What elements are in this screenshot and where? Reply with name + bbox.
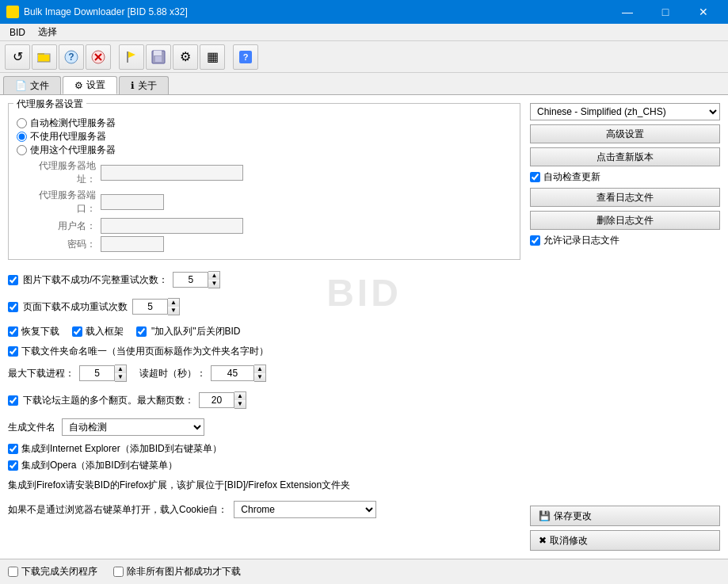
auto-check-item: 自动检查更新: [530, 170, 720, 184]
del-log-button[interactable]: 删除日志文件: [530, 211, 720, 230]
incomplete-label: 除非所有图片都成功才下载: [127, 565, 241, 578]
timeout-down[interactable]: ▼: [254, 373, 265, 381]
proxy-port-input[interactable]: [101, 194, 164, 210]
opera-item: 集成到Opera（添加BID到右键菜单）: [8, 459, 520, 472]
resume-checkbox[interactable]: [8, 326, 18, 337]
retry-page-input[interactable]: [132, 299, 168, 315]
download-close-label: 下载完成关闭程序: [21, 565, 97, 578]
tab-settings[interactable]: ⚙ 设置: [63, 76, 117, 94]
open-button[interactable]: [32, 44, 57, 70]
retry-img-up[interactable]: ▲: [208, 272, 219, 280]
disk-button[interactable]: [146, 44, 171, 70]
retry-page-row: 页面下载不成功重试次数 ▲ ▼: [8, 298, 520, 315]
proxy-auto-label: 自动检测代理服务器: [30, 116, 116, 130]
incomplete-checkbox[interactable]: [113, 567, 124, 577]
svg-rect-11: [154, 51, 162, 55]
svg-rect-12: [155, 56, 162, 62]
forum-checkbox[interactable]: [8, 395, 18, 406]
retry-img-input[interactable]: [173, 272, 208, 288]
bid-help-button[interactable]: ?: [233, 44, 258, 70]
menu-select[interactable]: 选择: [32, 24, 63, 40]
retry-page-checkbox[interactable]: [8, 302, 18, 312]
cookie-select[interactable]: Chrome Firefox Internet Explorer Opera 无: [234, 501, 376, 518]
title-bar: Bulk Image Downloader [BID 5.88 x32] — □…: [0, 0, 728, 24]
frame-checkbox[interactable]: [72, 326, 82, 337]
check-update-button[interactable]: 点击查新版本: [530, 147, 720, 166]
download-close-item: 下载完成关闭程序: [8, 565, 97, 578]
save-label: 保存更改: [554, 510, 592, 523]
proxy-port-row: 代理服务器端口：: [17, 189, 512, 216]
unique-folder-label: 下载文件夹命名唯一（当使用页面标题作为文件夹名字时）: [21, 345, 269, 358]
close-button[interactable]: ✕: [685, 3, 722, 21]
tab-files-label: 文件: [30, 79, 49, 93]
maxdl-spinner-btns: ▲ ▼: [115, 365, 127, 382]
ie-item: 集成到Internet Explorer（添加BID到右键菜单）: [8, 442, 520, 456]
retry-page-down[interactable]: ▼: [168, 307, 179, 315]
language-select[interactable]: Chinese - Simplified (zh_CHS) English Ch…: [530, 103, 720, 120]
forum-input[interactable]: [199, 392, 234, 408]
retry-img-down[interactable]: ▼: [208, 280, 219, 288]
forum-up[interactable]: ▲: [234, 392, 246, 400]
timeout-input[interactable]: [211, 365, 254, 381]
proxy-none-radio-item: 不使用代理服务器: [17, 130, 512, 143]
gear-button[interactable]: ⚙: [173, 44, 198, 70]
minimize-button[interactable]: —: [609, 3, 646, 21]
allow-log-checkbox[interactable]: [530, 235, 540, 246]
proxy-address-label: 代理服务器地址：: [25, 159, 96, 186]
restore-button[interactable]: □: [647, 3, 684, 21]
retry-page-spinner-btns: ▲ ▼: [168, 298, 180, 315]
window-title: Bulk Image Downloader [BID 5.88 x32]: [24, 6, 188, 17]
resume-frame-row: 恢复下载 载入框架 "加入队列"后关闭BID: [8, 325, 520, 338]
retry-img-spinner-btns: ▲ ▼: [208, 271, 220, 288]
proxy-address-input[interactable]: [101, 165, 243, 181]
advanced-settings-button[interactable]: 高级设置: [530, 124, 720, 143]
save-icon: 💾: [539, 510, 551, 521]
save-changes-button[interactable]: 💾 保存更改: [530, 506, 720, 526]
retry-page-up[interactable]: ▲: [168, 299, 179, 307]
queue-close-checkbox[interactable]: [136, 326, 147, 337]
opera-checkbox[interactable]: [8, 460, 18, 471]
status-bar: 下载完成关闭程序 除非所有图片都成功才下载: [0, 559, 728, 584]
proxy-use-radio[interactable]: [17, 145, 27, 155]
grid-button[interactable]: ▦: [200, 44, 225, 70]
maxdl-up[interactable]: ▲: [115, 365, 126, 373]
timeout-up[interactable]: ▲: [254, 365, 265, 373]
flag-button[interactable]: [119, 44, 144, 70]
maxdl-item: 最大下载进程： ▲ ▼: [8, 365, 127, 382]
unique-folder-checkbox[interactable]: [8, 346, 18, 357]
maxdl-down[interactable]: ▼: [115, 373, 126, 381]
menu-bar: BID 选择: [0, 24, 728, 41]
retry-img-checkbox[interactable]: [8, 275, 18, 285]
maxdl-input[interactable]: [79, 365, 115, 381]
cancel-changes-button[interactable]: ✖ 取消修改: [530, 530, 720, 551]
timeout-item: 读超时（秒）： ▲ ▼: [139, 365, 266, 382]
maxdl-timeout-row: 最大下载进程： ▲ ▼ 读超时（秒）：: [8, 365, 520, 382]
retry-img-label: 图片下载不成功/不完整重试次数：: [23, 273, 168, 287]
timeout-spinner: ▲ ▼: [211, 365, 266, 382]
menu-bid[interactable]: BID: [3, 25, 32, 40]
tab-files[interactable]: 📄 文件: [3, 76, 61, 94]
proxy-user-row: 用户名：: [17, 218, 512, 234]
ie-checkbox[interactable]: [8, 444, 18, 454]
proxy-user-input[interactable]: [101, 218, 243, 234]
proxy-none-radio[interactable]: [17, 132, 27, 142]
cookie-label: 如果不是通过浏览器右键菜单打开，载入Cookie自：: [8, 503, 227, 517]
queue-close-label: "加入队列"后关闭BID: [151, 325, 241, 338]
proxy-pass-label: 密码：: [25, 238, 96, 251]
auto-check-checkbox[interactable]: [530, 172, 540, 182]
forum-down[interactable]: ▼: [234, 400, 246, 408]
back-button[interactable]: ↺: [5, 44, 30, 70]
maxdl-label: 最大下载进程：: [8, 367, 74, 380]
filename-select[interactable]: 自动检测 URL文件名 序号: [62, 418, 204, 436]
download-close-checkbox[interactable]: [8, 567, 18, 577]
svg-rect-8: [127, 52, 128, 63]
info-icon: ℹ: [131, 80, 135, 91]
view-log-button[interactable]: 查看日志文件: [530, 188, 720, 207]
proxy-pass-input[interactable]: [101, 236, 164, 252]
tab-settings-label: 设置: [86, 78, 105, 92]
tab-about[interactable]: ℹ 关于: [119, 76, 169, 94]
stop-button[interactable]: [86, 44, 111, 70]
help-button[interactable]: ?: [59, 44, 84, 70]
proxy-pass-row: 密码：: [17, 236, 512, 252]
proxy-auto-radio[interactable]: [17, 118, 27, 128]
